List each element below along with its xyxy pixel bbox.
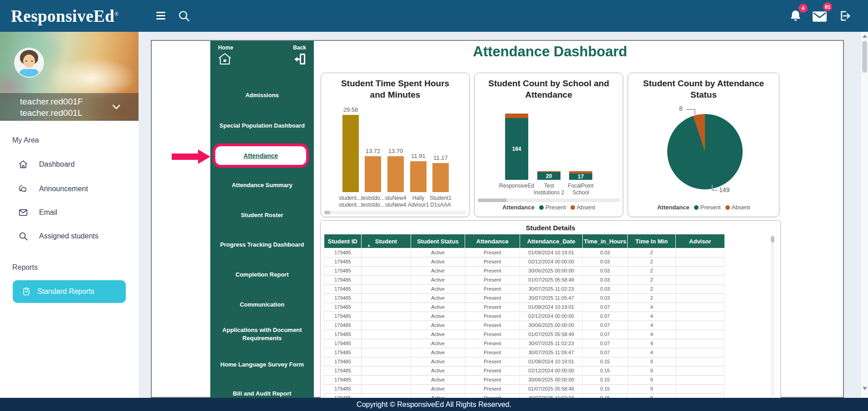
chart-horizontal-scrollbar[interactable] xyxy=(477,198,620,202)
table-cell xyxy=(362,284,411,293)
bar-absent-responsiveed[interactable] xyxy=(505,114,528,118)
table-cell: 2 xyxy=(628,248,676,257)
nav-item-attendance-active[interactable]: Attendance xyxy=(213,144,309,168)
legend-item-present[interactable]: Present xyxy=(694,204,721,211)
sidebar-item-label: Assigned students xyxy=(39,232,99,240)
app-window: ResponsiveEd® 4 81 teacher.red001F teach… xyxy=(0,0,868,411)
nav-home[interactable]: Home xyxy=(218,45,233,67)
table-cell: 01/07/2025 05:58:49 xyxy=(520,384,583,393)
table-cell: 01/07/2025 05:58:49 xyxy=(520,275,583,284)
report-nav-sidebar: Home Back AdmissionsSpecial Population D… xyxy=(210,41,314,398)
pie-chart[interactable] xyxy=(667,114,743,189)
bar-hally[interactable] xyxy=(410,161,427,192)
sidebar-item-email[interactable]: Email xyxy=(18,207,57,218)
table-cell: 0.03 xyxy=(583,257,628,266)
table-cell: 0.07 xyxy=(583,302,628,312)
chevron-down-icon[interactable] xyxy=(112,104,120,110)
messages-count-badge[interactable]: 81 xyxy=(823,2,832,11)
nav-item-special-population-dashboard[interactable]: Special Population Dashboard xyxy=(210,122,314,130)
notifications-count-badge[interactable]: 4 xyxy=(799,4,808,13)
table-cell: Active xyxy=(411,366,465,375)
chart-card-time-spent: Student Time Spent Hours and Minutes 29.… xyxy=(321,73,470,217)
my-area-section-label: My Area xyxy=(12,136,39,144)
table-cell: 0.15 xyxy=(583,375,628,384)
page-scrollbar[interactable] xyxy=(860,32,868,398)
table-vertical-scrollbar[interactable] xyxy=(771,235,774,396)
table-cell: 9 xyxy=(628,366,676,375)
scroll-down-arrow-icon[interactable] xyxy=(863,387,867,390)
sidebar-item-label: Announcement xyxy=(39,185,88,193)
nav-item-attendance-summary[interactable]: Attendance Summary xyxy=(210,181,314,189)
column-header-attendance[interactable]: Attendance xyxy=(465,234,520,248)
table-cell xyxy=(676,248,724,257)
column-header-time-in-min[interactable]: Time In Min xyxy=(628,234,676,248)
sidebar-item-announcement[interactable]: Announcement xyxy=(18,183,88,195)
nav-item-admissions[interactable]: Admissions xyxy=(210,91,314,99)
sidebar-item-assigned-students[interactable]: Assigned students xyxy=(18,230,99,242)
table-cell: 9 xyxy=(628,384,676,393)
legend-label: Present xyxy=(700,204,721,211)
table-cell: 179485 xyxy=(324,248,362,257)
sidebar-item-standard-reports[interactable]: Standard Reports xyxy=(13,280,126,303)
messages-envelope-icon[interactable] xyxy=(812,11,827,22)
column-header-student-status[interactable]: Student Status xyxy=(411,234,465,248)
home-icon xyxy=(218,53,232,65)
bar-stunew4[interactable] xyxy=(387,156,404,192)
hamburger-menu-icon[interactable] xyxy=(156,12,166,20)
nav-item-completion-report[interactable]: Completion Report xyxy=(210,271,314,279)
legend-dot-icon xyxy=(694,205,699,210)
scroll-up-arrow-icon[interactable] xyxy=(863,35,867,38)
column-header-time-in-hours[interactable]: Time_in_Hours xyxy=(583,234,628,248)
legend-item-present[interactable]: Present xyxy=(539,204,566,211)
table-cell: 179485 xyxy=(324,275,362,284)
column-header-attendance-date[interactable]: Attendance_Date xyxy=(520,234,583,248)
table-cell: 179485 xyxy=(324,339,362,348)
search-icon[interactable] xyxy=(178,10,190,22)
table-cell: 01/07/2025 05:58:49 xyxy=(520,330,583,339)
table-cell: Active xyxy=(411,384,465,393)
page-scrollbar-thumb[interactable] xyxy=(862,41,867,73)
table-cell: Present xyxy=(465,312,520,321)
table-cell xyxy=(362,302,411,312)
nav-item-student-roster[interactable]: Student Roster xyxy=(210,211,314,219)
table-cell: Present xyxy=(465,302,520,312)
chart-legend: AttendancePresentAbsent xyxy=(475,204,623,211)
legend-label: Absent xyxy=(577,204,595,211)
clipboard-icon xyxy=(22,287,31,296)
chart-horizontal-scrollbar[interactable] xyxy=(324,211,466,214)
reports-section-label: Reports xyxy=(12,263,38,272)
profile-banner: teacher.red001F teacher.red001L xyxy=(0,32,139,121)
bar-teststdo[interactable] xyxy=(365,156,381,192)
scrollbar-corner xyxy=(860,398,868,411)
bar-student1[interactable] xyxy=(432,163,449,192)
table-cell xyxy=(676,302,724,312)
envelope-icon xyxy=(18,208,28,218)
nav-item-home-language-survey-form[interactable]: Home Language Survey Form xyxy=(210,361,314,369)
nav-item-communication[interactable]: Communication xyxy=(210,301,314,309)
profile-name-strip: teacher.red001F teacher.red001L xyxy=(0,93,139,121)
avatar[interactable] xyxy=(15,49,43,77)
sidebar-item-dashboard[interactable]: Dashboard xyxy=(18,158,74,170)
legend-item-absent[interactable]: Absent xyxy=(725,204,750,211)
table-cell: 0.07 xyxy=(583,330,628,339)
nav-item-bill-and-audit-report[interactable]: Bill and Audit Report xyxy=(210,390,314,398)
column-header-student[interactable]: Student▲ xyxy=(362,234,411,248)
logout-icon[interactable] xyxy=(838,10,851,22)
table-cell: Present xyxy=(465,330,520,339)
chart-card-count-by-school: Student Count by School and Attendance 1… xyxy=(474,73,623,217)
nav-back[interactable]: Back xyxy=(293,45,306,67)
column-header-student-id[interactable]: Student ID xyxy=(324,234,362,248)
table-row: 179485ActivePresent30/07/2025 11:05:470.… xyxy=(324,348,724,357)
nav-item-progress-tracking-dashboard[interactable]: Progress Tracking Dashboard xyxy=(210,241,314,249)
table-cell: Active xyxy=(411,284,465,293)
table-cell xyxy=(362,384,411,393)
legend-item-absent[interactable]: Absent xyxy=(570,204,595,211)
column-header-advisor[interactable]: Advisor xyxy=(676,234,724,248)
table-cell: 179485 xyxy=(324,284,362,293)
table-row: 179485ActivePresent01/07/2025 05:58:490.… xyxy=(324,275,724,284)
table-cell: 0.07 xyxy=(583,312,628,321)
bar-student[interactable] xyxy=(342,115,359,192)
nav-item-applications-with-document-requirements[interactable]: Applications with Document Requirements xyxy=(210,326,314,342)
sidebar-item-label: Dashboard xyxy=(39,160,74,168)
table-cell xyxy=(676,293,724,302)
